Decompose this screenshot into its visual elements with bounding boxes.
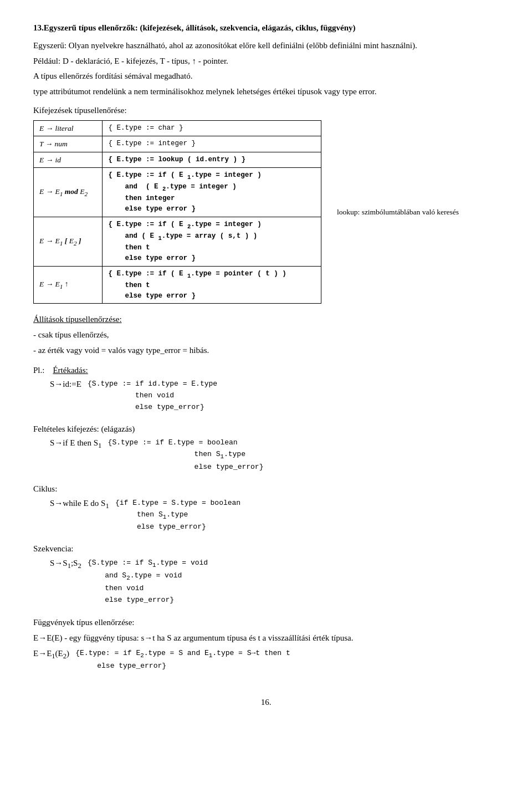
lookup-note: lookup: szimbólumtáblában való keresés	[331, 207, 459, 218]
table-row: E → E1 [ E2 ] { E.type := if ( E 2.type …	[34, 217, 321, 266]
allitasok-section: Állítások típusellenőrzése: - csak típus…	[33, 314, 499, 356]
table-row: E → id { E.type := lookup ( id.entry ) }	[34, 152, 321, 168]
szekvencia-title: Szekvencia:	[33, 543, 499, 555]
type-check-table: E → literal { E.type := char } T → num {…	[33, 120, 321, 304]
pl-label: Pl.: Értékadás:	[33, 365, 499, 377]
allitasok-line-2: - az érték vagy void = valós vagy type_e…	[33, 345, 499, 357]
allitasok-title: Állítások típusellenőrzése:	[33, 314, 499, 326]
fuggvenyek-rule-line: E→E1(E2) {E.type: = if E2.type = S and E…	[33, 648, 499, 674]
attrib-line: type attribútumot rendelünk a nem termin…	[33, 86, 499, 98]
intro-text: Egyszerű: Olyan nyelvekre használható, a…	[33, 40, 499, 52]
page-container: 13.Egyszerű típus ellenőrzők: (kifejezés…	[33, 22, 499, 708]
action-cell: { E.type := lookup ( id.entry ) }	[103, 152, 321, 168]
type-check-line: A típus ellenőrzés fordítási sémával meg…	[33, 70, 499, 83]
rule-cell: E → E1 ↑	[34, 266, 103, 304]
page-number: 16.	[33, 697, 499, 709]
fuggvenyek-line1: E→E(E) - egy függvény típusa: s→t ha S a…	[33, 632, 499, 644]
table-row: E → E1 mod E2 { E.type := if ( E 1.type …	[34, 168, 321, 217]
table-row: E → literal { E.type := char }	[34, 120, 321, 136]
action-cell: { E.type := char }	[103, 120, 321, 136]
allitasok-line-1: - csak típus ellenőrzés,	[33, 329, 499, 341]
szekvencia-rule-line: S→S1;S2 {S.type := if S1.type = void and…	[33, 557, 499, 608]
rule-cell: E → E1 [ E2 ]	[34, 217, 103, 266]
ciklus-title: Ciklus:	[33, 483, 499, 495]
action-cell: { E.type := if ( E 1.type = integer ) an…	[103, 168, 321, 217]
pl-block: Pl.: Értékadás: S→id:=E {S.type := if id…	[33, 365, 499, 608]
kifejezesek-title: Kifejezések típusellenőrése:	[33, 105, 499, 117]
section-title: 13.Egyszerű típus ellenőrzők: (kifejezés…	[33, 22, 499, 34]
rule-cell: E → E1 mod E2	[34, 168, 103, 217]
felteteles-title: Feltételes kifejezés: (elágazás)	[33, 423, 499, 436]
felteteles-rule-line: S→if E then S1 {S.type := if E.type = bo…	[33, 437, 499, 475]
action-cell: { E.type := if ( E 2.type = integer ) an…	[103, 217, 321, 266]
kifejezesek-section: Kifejezések típusellenőrése: E → literal…	[33, 105, 499, 304]
ertekadas-rule-line: S→id:=E {S.type := if id.type = E.type t…	[33, 378, 499, 415]
rule-cell: T → num	[34, 136, 103, 152]
ciklus-rule-line: S→while E do S1 {if E.type = S.type = bo…	[33, 498, 499, 536]
rule-cell: E → literal	[34, 120, 103, 136]
action-cell: { E.type := if ( E 1.type = pointer ( t …	[103, 266, 321, 304]
table-row: E → E1 ↑ { E.type := if ( E 1.type = poi…	[34, 266, 321, 304]
action-cell: { E.type := integer }	[103, 136, 321, 152]
intro-block: 13.Egyszerű típus ellenőrzők: (kifejezés…	[33, 22, 499, 98]
table-wrapper: E → literal { E.type := char } T → num {…	[33, 120, 499, 304]
example-line: Például: D - deklaráció, E - kifejezés, …	[33, 55, 499, 68]
fuggvenyek-title: Függvények típus ellenőrzése:	[33, 617, 499, 629]
rule-cell: E → id	[34, 152, 103, 168]
fuggvenyek-section: Függvények típus ellenőrzése: E→E(E) - e…	[33, 617, 499, 674]
table-row: T → num { E.type := integer }	[34, 136, 321, 152]
